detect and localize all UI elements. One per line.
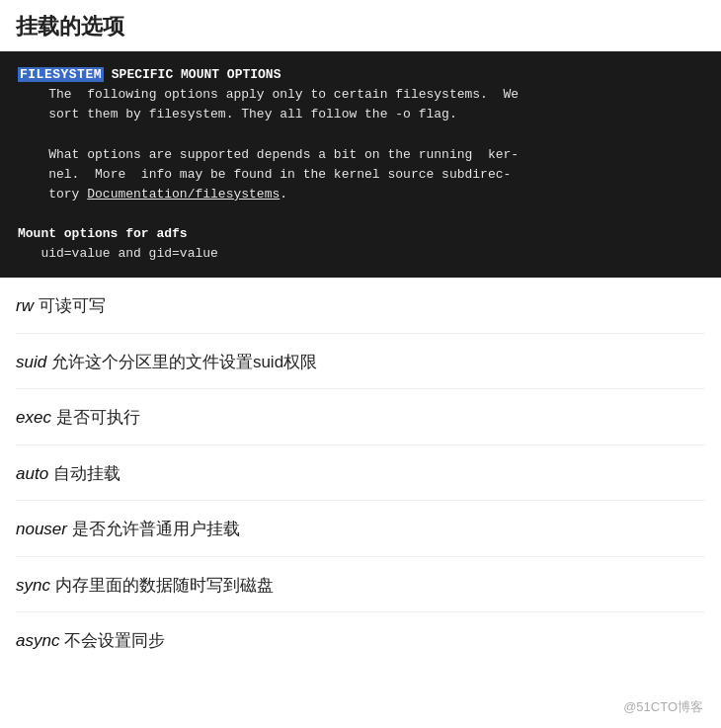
terminal-block: FILESYSTEM SPECIFIC MOUNT OPTIONS The fo… (0, 51, 721, 278)
option-item: rw 可读可写 (16, 278, 705, 334)
terminal-line-5: What options are supported depends a bit… (18, 145, 703, 165)
option-keyword: suid (16, 353, 46, 371)
option-item: async 不会设置同步 (16, 612, 705, 668)
mount-options-adfs: Mount options for adfs (18, 226, 188, 241)
option-description: 允许这个分区里的文件设置suid权限 (46, 353, 317, 371)
terminal-line-2: The following options apply only to cert… (18, 85, 703, 105)
terminal-line-8 (18, 204, 703, 224)
option-item: suid 允许这个分区里的文件设置suid权限 (16, 334, 705, 390)
option-item: nouser 是否允许普通用户挂载 (16, 501, 705, 557)
option-keyword: rw (16, 296, 34, 315)
options-list: rw 可读可写suid 允许这个分区里的文件设置suid权限exec 是否可执行… (0, 278, 721, 668)
option-keyword: async (16, 631, 59, 650)
documentation-link: Documentation/filesystems (87, 187, 280, 202)
terminal-specific-mount: SPECIFIC MOUNT OPTIONS (104, 67, 280, 82)
terminal-line-6: nel. More info may be found in the kerne… (18, 165, 703, 185)
option-item: auto 自动挂载 (16, 445, 705, 502)
terminal-line-1: FILESYSTEM SPECIFIC MOUNT OPTIONS (18, 65, 703, 85)
terminal-line-9: Mount options for adfs (18, 224, 703, 244)
option-keyword: nouser (16, 520, 67, 538)
terminal-line-3: sort them by filesystem. They all follow… (18, 105, 703, 124)
watermark: @51CTO博客 (623, 698, 703, 716)
option-item: sync 内存里面的数据随时写到磁盘 (16, 557, 705, 613)
page-title: 挂载的选项 (0, 0, 721, 51)
option-description: 是否可执行 (51, 408, 140, 427)
option-description: 不会设置同步 (59, 631, 165, 650)
terminal-line-4 (18, 124, 703, 144)
option-item: exec 是否可执行 (16, 389, 705, 445)
option-keyword: auto (16, 464, 48, 483)
option-keyword: exec (16, 408, 51, 427)
option-description: 是否允许普通用户挂载 (67, 520, 240, 538)
terminal-line-7: tory Documentation/filesystems. (18, 185, 703, 204)
page-container: 挂载的选项 FILESYSTEM SPECIFIC MOUNT OPTIONS … (0, 0, 721, 728)
option-description: 可读可写 (34, 296, 106, 315)
option-description: 内存里面的数据随时写到磁盘 (50, 576, 274, 595)
terminal-line-10: uid=value and gid=value (18, 244, 703, 264)
filesystem-highlight: FILESYSTEM (18, 67, 104, 82)
option-description: 自动挂载 (48, 464, 120, 483)
option-keyword: sync (16, 576, 50, 595)
